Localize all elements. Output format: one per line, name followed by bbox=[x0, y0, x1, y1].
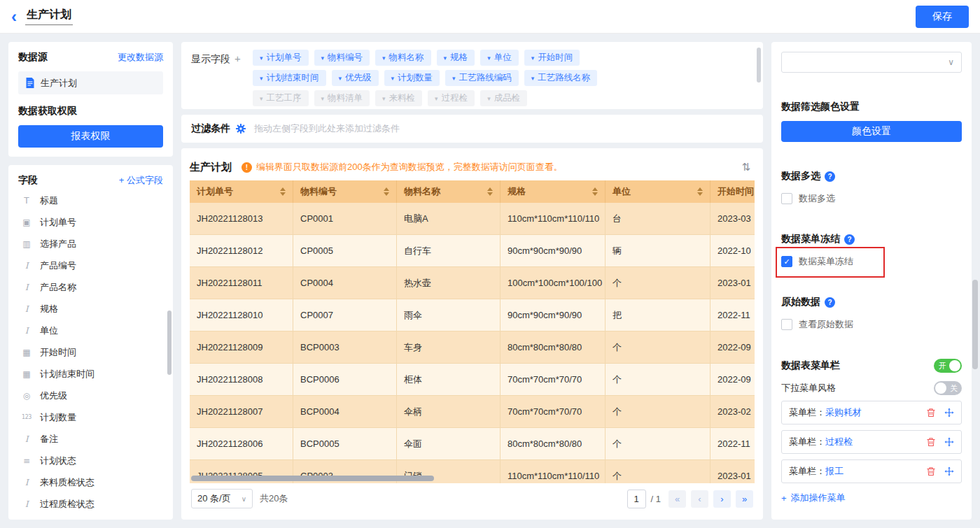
table-row[interactable]: JH20221128011CP0004热水壶100cm*100cm*100/10… bbox=[190, 267, 755, 299]
gear-icon[interactable] bbox=[236, 124, 246, 134]
current-page[interactable]: 1 bbox=[627, 490, 646, 508]
chip-label: 物料清单 bbox=[328, 92, 363, 104]
field-item[interactable]: I 规格 bbox=[18, 298, 163, 320]
move-icon[interactable] bbox=[944, 466, 954, 476]
table-row[interactable]: JH20221128006BCP0005伞面80cm*80cm*80/80个20… bbox=[190, 428, 755, 460]
field-item[interactable]: ▦ 开始时间 bbox=[18, 341, 163, 363]
table-row[interactable]: JH20221128008BCP0006柜体70cm*70cm*70/70个20… bbox=[190, 364, 755, 396]
table-row[interactable]: JH20221128012CP0005自行车90cm*90cm*90/90辆20… bbox=[190, 235, 755, 267]
display-field-chip[interactable]: ▾ 计划数量 bbox=[384, 70, 440, 86]
menu-item-name[interactable]: 采购耗材 bbox=[825, 406, 862, 419]
sort-icon[interactable] bbox=[487, 187, 493, 196]
display-field-chip[interactable]: ▾ 工艺工序 bbox=[253, 90, 309, 106]
color-settings-button[interactable]: 颜色设置 bbox=[781, 121, 962, 142]
field-type-icon: I bbox=[20, 261, 34, 271]
page-size-select[interactable]: 20 条/页 ∨ bbox=[191, 489, 253, 508]
delete-icon[interactable] bbox=[926, 408, 936, 418]
field-list: T 标题 ▣ 计划单号 ▥ 选择产品 I 产品编号 I 产品名称 I 规格 I … bbox=[18, 190, 163, 515]
first-page-button[interactable]: « bbox=[668, 490, 686, 508]
display-field-chip[interactable]: ▾ 来料检 bbox=[375, 90, 422, 106]
menu-item-name[interactable]: 过程检 bbox=[825, 436, 853, 448]
table-row[interactable]: JH20221128013CP0001电脑A110cm*110cm*110/11… bbox=[190, 203, 755, 235]
field-item[interactable]: I 备注 bbox=[18, 428, 163, 450]
field-item[interactable]: I 单位 bbox=[18, 320, 163, 341]
display-field-chip[interactable]: ▾ 物料名称 bbox=[375, 50, 431, 66]
display-field-chip[interactable]: ▾ 优先级 bbox=[332, 70, 379, 86]
field-item[interactable]: I 来料质检状态 bbox=[18, 471, 163, 493]
field-item[interactable]: ▥ 选择产品 bbox=[18, 233, 163, 255]
save-button[interactable]: 保存 bbox=[916, 6, 969, 28]
field-item[interactable]: T 标题 bbox=[18, 190, 163, 211]
table-column-header[interactable]: 计划单号 bbox=[190, 180, 293, 203]
raw-data-checkbox[interactable] bbox=[781, 319, 792, 330]
field-item[interactable]: I 产品名称 bbox=[18, 276, 163, 298]
help-icon[interactable]: ? bbox=[825, 297, 835, 308]
total-count: 共20条 bbox=[260, 492, 288, 505]
display-field-chip[interactable]: ▾ 过程检 bbox=[428, 90, 475, 106]
display-field-chip[interactable]: ▾ 工艺路线名称 bbox=[524, 70, 598, 86]
delete-icon[interactable] bbox=[926, 466, 936, 476]
back-icon[interactable]: ‹ bbox=[11, 8, 17, 25]
sort-icon[interactable] bbox=[384, 187, 389, 196]
menu-freeze-checkbox[interactable] bbox=[781, 256, 792, 267]
field-item[interactable]: ▦ 计划结束时间 bbox=[18, 363, 163, 385]
multi-select-checkbox[interactable] bbox=[781, 193, 792, 204]
table-column-header[interactable]: 物料编号 bbox=[293, 180, 397, 203]
menu-item-name[interactable]: 报工 bbox=[825, 465, 844, 478]
table-row[interactable]: JH20221128010CP0007雨伞90cm*90cm*90/90把202… bbox=[190, 299, 755, 331]
display-field-chip[interactable]: ▾ 规格 bbox=[437, 50, 475, 66]
display-field-chip[interactable]: ▾ 成品检 bbox=[480, 90, 527, 106]
field-item[interactable]: ≡ 计划状态 bbox=[18, 450, 163, 471]
sort-order-icon[interactable]: ⇅ bbox=[737, 159, 755, 175]
field-type-icon: I bbox=[20, 326, 34, 336]
style-select[interactable]: ∨ bbox=[781, 52, 962, 73]
fields-scrollbar[interactable] bbox=[167, 311, 172, 375]
field-item[interactable]: I 过程质检状态 bbox=[18, 493, 163, 515]
table-column-header[interactable]: 开始时间 bbox=[710, 180, 755, 203]
add-formula-field-link[interactable]: + 公式字段 bbox=[119, 174, 163, 187]
sort-icon[interactable] bbox=[697, 187, 703, 196]
field-item[interactable]: ◎ 优先级 bbox=[18, 385, 163, 406]
display-field-chip[interactable]: ▾ 计划单号 bbox=[253, 50, 309, 66]
display-field-chip[interactable]: ▾ 开始时间 bbox=[524, 50, 580, 66]
last-page-button[interactable]: » bbox=[736, 490, 753, 508]
move-icon[interactable] bbox=[944, 437, 954, 447]
table-column-header[interactable]: 单位 bbox=[606, 180, 710, 203]
table-column-header[interactable]: 规格 bbox=[500, 180, 606, 203]
display-field-chip[interactable]: ▾ 计划结束时间 bbox=[253, 70, 326, 86]
datasource-item[interactable]: 生产计划 bbox=[18, 71, 163, 94]
delete-icon[interactable] bbox=[926, 437, 936, 447]
move-icon[interactable] bbox=[944, 408, 954, 418]
display-field-chip[interactable]: ▾ 物料编号 bbox=[314, 50, 370, 66]
add-action-menu-link[interactable]: + 添加操作菜单 bbox=[781, 492, 962, 504]
display-field-chip[interactable]: ▾ 工艺路线编码 bbox=[445, 70, 519, 86]
fields-title: 字段 bbox=[18, 174, 38, 187]
field-item[interactable]: ▣ 计划单号 bbox=[18, 211, 163, 233]
prev-page-button[interactable]: ‹ bbox=[691, 490, 708, 508]
page-title[interactable]: 生产计划 bbox=[25, 8, 73, 25]
page-scrollbar[interactable] bbox=[972, 280, 978, 369]
help-icon[interactable]: ? bbox=[844, 234, 855, 245]
help-icon[interactable]: ? bbox=[825, 171, 835, 182]
menu-bar-toggle[interactable]: 开 bbox=[934, 359, 962, 373]
next-page-button[interactable]: › bbox=[713, 490, 731, 508]
table-row[interactable]: JH20221128007BCP0004伞柄70cm*70cm*70/70个20… bbox=[190, 396, 755, 428]
table-cell: 伞面 bbox=[397, 428, 500, 460]
field-item[interactable]: I 产品编号 bbox=[18, 255, 163, 276]
add-display-field-icon[interactable]: + bbox=[234, 52, 241, 64]
table-horizontal-scrollbar[interactable] bbox=[191, 476, 434, 481]
report-permission-button[interactable]: 报表权限 bbox=[18, 125, 163, 148]
dropdown-style-toggle[interactable]: 关 bbox=[934, 381, 962, 395]
sort-icon[interactable] bbox=[280, 187, 286, 196]
change-datasource-link[interactable]: 更改数据源 bbox=[118, 51, 163, 64]
menu-bar-item: 菜单栏： 采购耗材 bbox=[781, 401, 962, 424]
display-field-chip[interactable]: ▾ 单位 bbox=[480, 50, 519, 66]
table-cell: 2023-01 bbox=[710, 460, 755, 483]
chips-scrollbar[interactable] bbox=[757, 48, 761, 83]
display-field-chip[interactable]: ▾ 物料清单 bbox=[314, 90, 370, 106]
table-column-header[interactable]: 物料名称 bbox=[397, 180, 500, 203]
sort-icon[interactable] bbox=[592, 187, 598, 196]
table-cell: 80cm*80cm*80/80 bbox=[500, 428, 606, 460]
field-item[interactable]: 123 计划数量 bbox=[18, 406, 163, 428]
table-row[interactable]: JH20221128009BCP0003车身80cm*80cm*80/80个20… bbox=[190, 331, 755, 364]
